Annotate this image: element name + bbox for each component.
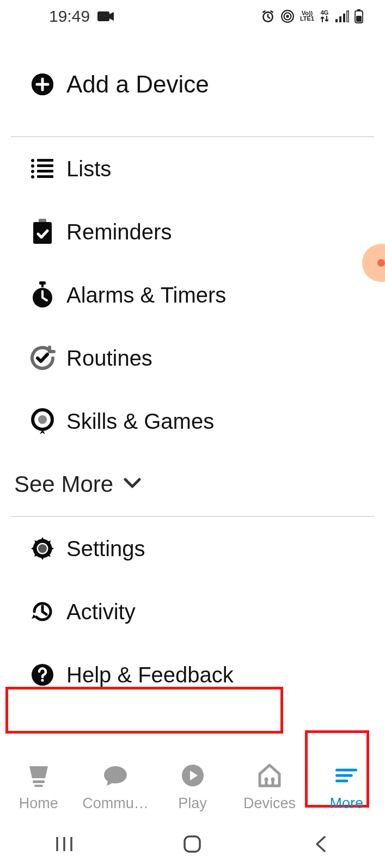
nav-label: Home xyxy=(19,795,58,812)
menu-item-alarms-timers[interactable]: Alarms & Timers xyxy=(11,263,374,327)
svg-point-27 xyxy=(38,544,47,553)
svg-rect-19 xyxy=(37,175,53,178)
svg-point-12 xyxy=(31,159,34,162)
gear-icon xyxy=(21,536,64,561)
history-icon xyxy=(21,599,64,624)
svg-point-16 xyxy=(31,170,34,173)
nav-more[interactable]: More xyxy=(308,763,385,812)
status-right: Vo)) LTE1 4G xyxy=(261,9,363,23)
home-icon xyxy=(25,763,52,792)
svg-rect-42 xyxy=(185,836,200,852)
menu-item-label: Skills & Games xyxy=(66,409,214,434)
menu-item-label: Routines xyxy=(66,346,152,371)
nav-label: Commu… xyxy=(82,795,149,812)
svg-rect-5 xyxy=(335,19,338,22)
play-circle-icon xyxy=(179,763,206,792)
system-nav-bar xyxy=(0,822,385,868)
status-left: 19:49 xyxy=(49,7,115,26)
chevron-down-icon xyxy=(123,477,142,491)
more-menu: Add a Device Lists Reminders Alarms & Ti… xyxy=(0,33,385,706)
menu-item-lists[interactable]: Lists xyxy=(11,137,374,200)
volte-indicator: Vo)) LTE1 xyxy=(300,11,314,22)
svg-point-14 xyxy=(31,164,34,168)
svg-rect-8 xyxy=(347,11,349,22)
devices-icon xyxy=(256,763,283,792)
nav-home[interactable]: Home xyxy=(0,763,77,812)
menu-item-add-device[interactable]: Add a Device xyxy=(11,33,374,136)
status-time: 19:49 xyxy=(49,7,90,26)
menu-item-reminders[interactable]: Reminders xyxy=(11,200,374,263)
menu-item-label: Lists xyxy=(66,157,111,181)
back-button[interactable] xyxy=(310,834,331,857)
svg-rect-7 xyxy=(343,14,345,22)
svg-rect-13 xyxy=(37,159,53,162)
svg-rect-11 xyxy=(356,16,362,22)
svg-point-18 xyxy=(31,175,34,178)
svg-rect-0 xyxy=(97,11,109,21)
see-more-toggle[interactable]: See More xyxy=(11,453,374,516)
plus-circle-icon xyxy=(21,71,64,97)
svg-rect-15 xyxy=(37,164,53,167)
nav-label: Play xyxy=(178,795,207,812)
svg-rect-6 xyxy=(339,16,341,22)
menu-item-routines[interactable]: Routines xyxy=(11,327,374,390)
svg-point-26 xyxy=(38,415,47,424)
nav-play[interactable]: Play xyxy=(154,763,231,812)
clipboard-check-icon xyxy=(21,219,64,245)
svg-rect-32 xyxy=(34,785,43,787)
svg-point-30 xyxy=(41,679,44,681)
menu-item-label: Reminders xyxy=(66,220,172,244)
menu-item-settings[interactable]: Settings xyxy=(11,517,374,580)
bottom-nav: Home Commu… Play Devices More xyxy=(0,753,385,822)
home-button[interactable] xyxy=(182,834,203,857)
svg-rect-38 xyxy=(335,780,348,783)
svg-rect-17 xyxy=(37,170,53,173)
network-gen-indicator: 4G xyxy=(320,10,329,22)
more-menu-icon xyxy=(333,763,360,792)
signal-icon xyxy=(335,10,349,22)
chat-icon xyxy=(102,763,129,792)
alarm-icon xyxy=(261,9,275,23)
svg-rect-37 xyxy=(335,774,353,777)
battery-icon xyxy=(355,9,363,23)
list-icon xyxy=(21,158,64,180)
recents-button[interactable] xyxy=(54,834,75,857)
menu-item-label: Add a Device xyxy=(66,71,209,98)
question-circle-icon xyxy=(21,663,64,687)
svg-rect-31 xyxy=(33,780,45,783)
nav-label: More xyxy=(330,795,364,812)
menu-item-help-feedback[interactable]: Help & Feedback xyxy=(11,643,374,706)
menu-item-label: Help & Feedback xyxy=(66,663,234,687)
stopwatch-icon xyxy=(21,281,64,309)
svg-rect-23 xyxy=(41,284,44,287)
nav-label: Devices xyxy=(243,795,296,812)
svg-rect-21 xyxy=(33,222,52,244)
menu-item-activity[interactable]: Activity xyxy=(11,580,374,643)
svg-rect-36 xyxy=(335,769,357,772)
status-bar: 19:49 Vo)) LTE1 4G xyxy=(0,0,385,33)
hotspot-icon xyxy=(280,9,295,23)
camera-icon xyxy=(97,10,115,22)
menu-item-label: Alarms & Timers xyxy=(66,283,226,307)
nav-devices[interactable]: Devices xyxy=(231,763,308,812)
skills-icon xyxy=(21,408,64,435)
svg-point-2 xyxy=(286,15,289,17)
menu-item-label: Settings xyxy=(66,537,145,561)
routines-icon xyxy=(21,344,64,372)
nav-communicate[interactable]: Commu… xyxy=(77,763,154,812)
menu-item-label: Activity xyxy=(66,600,136,624)
see-more-label: See More xyxy=(14,471,113,497)
menu-item-skills-games[interactable]: Skills & Games xyxy=(11,390,374,453)
